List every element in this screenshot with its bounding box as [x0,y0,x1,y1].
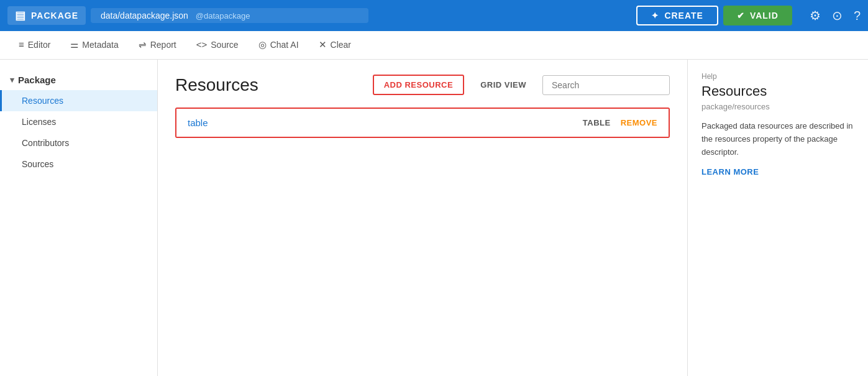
content-header: Resources ADD RESOURCE GRID VIEW [175,75,670,95]
file-name: data/datapackage.json [101,11,188,21]
sidebar-item-label: Contributors [22,138,69,148]
chatai-label: Chat AI [270,40,299,50]
content-area: Resources ADD RESOURCE GRID VIEW table T… [158,60,688,376]
chevron-down-icon: ▾ [10,75,14,85]
sidebar-item-resources[interactable]: Resources [0,90,157,111]
sidebar-item-sources[interactable]: Sources [0,154,157,175]
file-path[interactable]: data/datapackage.json @datapackage [91,8,368,23]
at-label: @datapackage [196,11,250,21]
report-label: Report [150,40,176,50]
clear-label: Clear [331,40,351,50]
editor-label: Editor [28,40,51,50]
sidebar-item-label: Resources [22,96,63,106]
brand-label: PACKAGE [31,11,78,21]
resource-type: TABLE [583,118,611,127]
tab-report[interactable]: ⇌ Report [130,33,185,58]
valid-icon: ✔ [737,11,745,21]
create-label: CREATE [664,11,703,21]
sidebar-item-label: Sources [22,159,53,169]
table-row: table TABLE REMOVE [176,109,669,137]
help-label: Help [701,72,854,81]
source-label: Source [211,40,238,50]
topbar: ▤ PACKAGE data/datapackage.json @datapac… [0,0,868,31]
brand-logo: ▤ PACKAGE [7,6,86,25]
create-button[interactable]: ✦ CREATE [636,6,718,25]
grid-view-button[interactable]: GRID VIEW [474,76,532,94]
chatai-icon: ◎ [258,39,267,50]
sidebar-item-licenses[interactable]: Licenses [0,111,157,132]
sidebar-item-contributors[interactable]: Contributors [0,132,157,154]
resource-list: table TABLE REMOVE [175,108,670,138]
remove-resource-button[interactable]: REMOVE [621,118,657,127]
toolbar: ≡ Editor ⚌ Metadata ⇌ Report <> Source ◎… [0,31,868,60]
main-layout: ▾ Package Resources Licenses Contributor… [0,60,868,376]
help-panel: Help Resources package/resources Package… [688,60,868,376]
learn-more-link[interactable]: LEARN MORE [701,167,854,177]
tab-editor[interactable]: ≡ Editor [10,33,59,57]
package-icon: ▤ [15,9,26,22]
tab-metadata[interactable]: ⚌ Metadata [62,33,127,58]
metadata-label: Metadata [82,40,118,50]
tab-source[interactable]: <> Source [188,33,247,57]
sidebar-group-package: ▾ Package Resources Licenses Contributor… [0,70,157,175]
sidebar-item-label: Licenses [22,117,56,127]
tab-chat-ai[interactable]: ◎ Chat AI [250,33,308,58]
topbar-icons: ⚙ ⊙ ? [810,8,861,23]
source-icon: <> [196,39,208,50]
report-icon: ⇌ [139,39,147,50]
metadata-icon: ⚌ [70,39,78,50]
search-input[interactable] [542,75,670,95]
resource-name[interactable]: table [188,117,583,128]
valid-label: VALID [750,11,779,21]
create-icon: ✦ [651,11,659,21]
page-title: Resources [175,75,363,95]
valid-button[interactable]: ✔ VALID [723,6,792,25]
sidebar-group-header[interactable]: ▾ Package [0,70,157,90]
editor-icon: ≡ [19,39,24,50]
sidebar-group-label: Package [18,75,56,85]
help-title: Resources [701,83,854,99]
tab-clear[interactable]: ✕ Clear [310,33,360,58]
add-resource-button[interactable]: ADD RESOURCE [373,75,464,95]
sidebar: ▾ Package Resources Licenses Contributor… [0,60,158,376]
help-subtitle: package/resources [701,102,854,111]
help-description: Packaged data resources are described in… [701,120,854,158]
github-icon[interactable]: ⊙ [832,8,843,23]
clear-icon: ✕ [319,39,327,50]
help-icon[interactable]: ? [854,9,861,23]
gear-icon[interactable]: ⚙ [810,8,821,23]
